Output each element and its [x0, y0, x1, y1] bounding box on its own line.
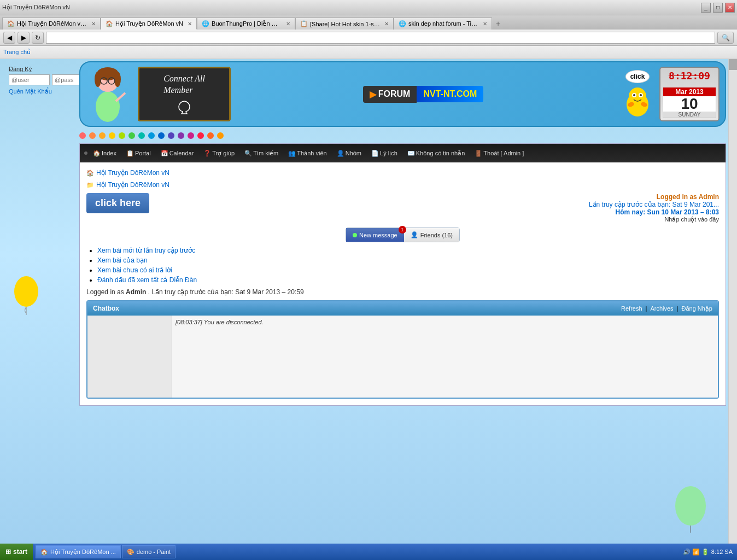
- tab-favicon: 📋: [300, 20, 308, 27]
- breadcrumb-section-link[interactable]: Hội Truyện DôRêMon vN: [96, 181, 169, 189]
- chatbox-login-link[interactable]: Đăng Nhập: [681, 305, 712, 312]
- tab-2[interactable]: 🏠 Hội Truyện DôRêMon vN ✕: [101, 18, 197, 30]
- mascot-area: click: [616, 70, 659, 118]
- start-button[interactable]: ⊞ start: [0, 544, 33, 560]
- forum-logo: ▶ FORUM NVT-NT.COM: [363, 86, 483, 103]
- tab-close-icon[interactable]: ✕: [384, 21, 389, 27]
- forward-button[interactable]: ▶: [17, 32, 30, 44]
- unanswered-link[interactable]: Xem bài chưa có ai trả lời: [97, 266, 172, 274]
- portal-icon: 📋: [126, 150, 134, 157]
- quick-links-list: Xem bài mới từ lần truy cập trước Xem bà…: [86, 247, 719, 284]
- nav-profile[interactable]: 📄 Lý lịch: [367, 148, 402, 159]
- tab-favicon: 🌐: [399, 20, 406, 27]
- tab-label: skin dep nhat forum - Tim với c...: [408, 20, 478, 27]
- search-button[interactable]: 🔍: [717, 32, 734, 44]
- tab-close-icon[interactable]: ✕: [91, 21, 96, 27]
- taskbar-item-1[interactable]: 🎨 demo - Paint: [122, 545, 176, 558]
- scrollbar[interactable]: [728, 59, 737, 551]
- message-badge: 1: [399, 226, 406, 234]
- msg-friends-area: New message 1 👤 Friends (16): [86, 228, 719, 242]
- last-visit-text: Lần truy cập trước của bạn: Sat 9 Mar 20…: [589, 201, 719, 208]
- nav-index[interactable]: 🏠 Index: [89, 148, 121, 159]
- breadcrumb-home-link[interactable]: Hội Truyện DôRêMon vN: [96, 169, 169, 177]
- taskbar-item-icon: 🎨: [127, 549, 134, 556]
- nav-logout[interactable]: 🚪 Thoát [ Admin ]: [470, 148, 528, 159]
- tab-5[interactable]: 🌐 skin dep nhat forum - Tim với c... ✕: [394, 18, 492, 30]
- status-row: click here Logged in as Admin Lần truy c…: [86, 193, 719, 223]
- nav-help[interactable]: ❓ Trợ giúp: [199, 148, 239, 159]
- tab-favicon: 🌐: [202, 20, 209, 27]
- main-content: Connect All Member ▶ FORUM NVT-NT.COM: [79, 59, 726, 408]
- tab-1[interactable]: 🏠 Hội Truyện DôRêMon vN - Wei... ✕: [2, 18, 101, 30]
- nav-calendar[interactable]: 📅 Calendar: [156, 148, 198, 159]
- back-button[interactable]: ◀: [3, 32, 15, 44]
- forum-content-area: 🏠 Hội Truyện DôRêMon vN 📁 Hội Truyện DôR…: [80, 162, 726, 405]
- tab-favicon: 🏠: [106, 20, 113, 27]
- nav-members[interactable]: 👥 Thành viên: [284, 148, 331, 159]
- color-dot: [197, 132, 204, 139]
- window-controls: _ □ ✕: [701, 3, 735, 13]
- color-dot: [79, 132, 86, 139]
- nav-portal[interactable]: 📋 Portal: [122, 148, 155, 159]
- minimize-button[interactable]: _: [701, 3, 711, 13]
- chatbox-separator-2: |: [677, 305, 678, 312]
- chatbox-archives-link[interactable]: Archives: [650, 305, 673, 312]
- tab-close-icon[interactable]: ✕: [188, 21, 192, 27]
- mark-read-link[interactable]: Đánh dấu đã xem tất cả Diễn Đàn: [97, 276, 197, 284]
- username-input[interactable]: [9, 74, 50, 85]
- close-button[interactable]: ✕: [725, 3, 735, 13]
- nav-decoration: [84, 151, 87, 155]
- new-message-label: New message: [359, 232, 397, 238]
- breadcrumb-2: 📁 Hội Truyện DôRêMon vN: [86, 181, 719, 189]
- svg-line-10: [116, 93, 125, 101]
- green-balloon-decoration: [671, 484, 710, 535]
- tab-3[interactable]: 🌐 BuonThungPro | Diễn Đàn Anh... ✕: [197, 18, 295, 30]
- svg-point-15: [633, 94, 635, 96]
- taskbar-item-0[interactable]: 🏠 Hội Truyện DôRêMon ...: [36, 545, 121, 558]
- nav-groups[interactable]: 👤 Nhóm: [332, 148, 366, 159]
- window-title: Hội Truyện DôRêMon vN: [2, 4, 70, 11]
- home-link[interactable]: Trang chủ: [3, 49, 31, 56]
- svg-point-6: [114, 72, 121, 87]
- chatbox-header: Chatbox Refresh | Archives | Đăng Nhập: [87, 301, 718, 316]
- tab-4[interactable]: 📋 [Share] Hot Hot skin 1-st.us pl... ✕: [295, 18, 394, 30]
- tab-label: Hội Truyện DôRêMon vN - Wei...: [17, 20, 87, 27]
- color-dot: [217, 132, 224, 139]
- titlebar: Hội Truyện DôRêMon vN _ □ ✕: [0, 0, 737, 15]
- taskbar-right: 🔊 📶 🔋 8:12 SA: [678, 549, 737, 556]
- register-link[interactable]: Đăng Ký: [9, 66, 71, 72]
- speech-bubble: click: [625, 70, 650, 83]
- right-status-panel: Logged in as Admin Lần truy cập trước củ…: [589, 193, 719, 223]
- refresh-button[interactable]: ↻: [32, 32, 44, 44]
- tab-favicon: 🏠: [7, 20, 15, 27]
- forgot-password-link[interactable]: Quên Mật Khẩu: [9, 88, 52, 95]
- folder-icon: 📁: [86, 182, 94, 189]
- new-tab-button[interactable]: +: [492, 18, 504, 30]
- click-here-button[interactable]: click here: [86, 193, 149, 213]
- tab-close-icon[interactable]: ✕: [483, 21, 487, 27]
- clock-day: 10: [663, 96, 716, 112]
- logo-forum-text: FORUM: [378, 89, 411, 99]
- taskbar-item-label: Hội Truyện DôRêMon ...: [50, 549, 116, 556]
- taskbar: ⊞ start 🏠 Hội Truyện DôRêMon ... 🎨 demo …: [0, 544, 737, 560]
- nav-messages[interactable]: ✉️ Không có tin nhắn: [403, 148, 470, 159]
- scrollbar-thumb[interactable]: [729, 59, 737, 70]
- maximize-button[interactable]: □: [713, 3, 723, 13]
- tab-label: BuonThungPro | Diễn Đàn Anh...: [212, 20, 282, 27]
- chatbox-refresh-link[interactable]: Refresh: [621, 305, 642, 312]
- banner-clock: 8:12:09 Mar 2013 10 SUNDAY: [659, 67, 720, 121]
- nav-search[interactable]: 🔍 Tìm kiếm: [240, 148, 283, 159]
- browser-chrome: Hội Truyện DôRêMon vN _ □ ✕ 🏠 Hội Truyện…: [0, 0, 737, 59]
- nhap-chuot-text: Nhấp chuột vào đây: [589, 216, 719, 223]
- new-message-button[interactable]: New message 1: [346, 228, 404, 242]
- address-bar[interactable]: [46, 32, 715, 44]
- svg-point-16: [640, 94, 642, 96]
- svg-point-0: [14, 276, 38, 307]
- header-banner: Connect All Member ▶ FORUM NVT-NT.COM: [79, 61, 726, 127]
- tabs-bar: 🏠 Hội Truyện DôRêMon vN - Wei... ✕ 🏠 Hội…: [0, 15, 737, 30]
- new-posts-link[interactable]: Xem bài mới từ lần truy cập trước: [97, 247, 195, 254]
- tab-close-icon[interactable]: ✕: [286, 21, 290, 27]
- banner-character: [80, 64, 135, 124]
- friends-button[interactable]: 👤 Friends (16): [404, 228, 459, 242]
- my-posts-link[interactable]: Xem bài của bạn: [97, 256, 148, 264]
